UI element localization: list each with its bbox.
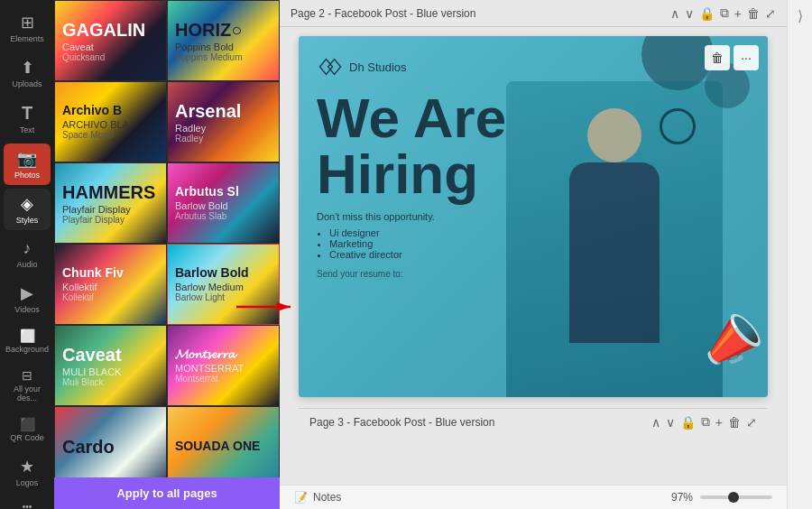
sidebar-item-more[interactable]: ••• More — [4, 496, 51, 509]
font-name-main-barlow-bold: Barlow Bold — [175, 266, 272, 280]
logo-text: Dh Studios — [349, 60, 407, 74]
font-name-main-hammers: HAMMERS — [62, 182, 159, 202]
font-name-main-caveat: Caveat — [62, 345, 159, 365]
sidebar-item-elements-label: Elements — [10, 34, 44, 43]
font-name-main-souada: SOUADA ONE — [175, 440, 272, 453]
font-name-sub-horizon: Poppins Bold — [175, 42, 272, 52]
bullet-item-1: Ui designer — [329, 227, 506, 238]
font-card-arbutus[interactable]: Arbutus SlBarlow BoldArbutus Slab — [167, 162, 280, 244]
zoom-section: 97% — [671, 491, 772, 504]
font-name-main-cardo: Cardo — [62, 437, 159, 457]
sidebar-item-logos[interactable]: ★ Logos — [4, 451, 51, 493]
elements-icon: ⊞ — [21, 13, 34, 32]
page2-nav-copy-icon[interactable]: ⧉ — [701, 414, 710, 430]
sidebar-item-audio-label: Audio — [16, 260, 37, 269]
font-card-horizon[interactable]: HORIZ○Poppins BoldPoppins Medium — [167, 0, 280, 81]
zoom-slider[interactable] — [700, 495, 772, 499]
font-card-hammers[interactable]: HAMMERSPlayfair DisplayPlayfair Display — [54, 162, 167, 244]
qr-code-icon: ⬛ — [20, 417, 35, 431]
delete-button[interactable]: 🗑 — [705, 45, 730, 70]
nav-copy-icon[interactable]: ⧉ — [720, 5, 729, 21]
zoom-level: 97% — [671, 491, 693, 504]
page2-nav-expand-icon[interactable]: ⤢ — [746, 415, 757, 430]
font-card-gagalin[interactable]: GAGALINCaveatQuicksand — [54, 0, 167, 81]
nav-delete-icon[interactable]: 🗑 — [747, 6, 760, 21]
hiring-line1: We Are — [317, 90, 506, 146]
tagline: Don't miss this opportunity. — [317, 211, 506, 222]
page2-label-bar: Page 3 - Facebook Post - Blue version ∧ … — [299, 408, 768, 435]
page1-label-bar: Page 2 - Facebook Post - Blue version ∧ … — [280, 0, 787, 27]
sidebar-item-text[interactable]: T Text — [4, 97, 51, 140]
right-panel-icon[interactable]: ⟩ — [798, 7, 803, 24]
bullet-item-2: Marketing — [329, 238, 506, 249]
font-card-souada[interactable]: SOUADA ONE — [167, 406, 280, 477]
sidebar-item-qr-code[interactable]: ⬛ QR Code — [4, 412, 51, 448]
font-name-sub2-caveat: Muli Black — [62, 377, 159, 387]
audio-icon: ♪ — [23, 239, 32, 258]
nav-add-icon[interactable]: + — [734, 6, 742, 21]
font-card-montserrat[interactable]: 𝓜𝓸𝓷𝓽𝓼𝓮𝓻𝓻𝓪MONTSERRATMontserrat — [167, 325, 280, 406]
nav-down-icon[interactable]: ∨ — [685, 6, 694, 21]
hiring-text-block: We Are Hiring Don't miss this opportunit… — [317, 90, 506, 279]
page1-label: Page 2 - Facebook Post - Blue version — [291, 7, 475, 20]
canvas-scroll: 🗑 ··· Dh Studios — [280, 27, 787, 485]
font-name-main-arbutus: Arbutus Sl — [175, 185, 272, 199]
sidebar-item-photos[interactable]: 📷 Photos — [4, 143, 51, 185]
status-bar: 📝 Notes 97% — [280, 485, 787, 509]
person-image — [506, 81, 723, 397]
font-card-barlow-bold[interactable]: Barlow BoldBarlow MediumBarlow Light — [167, 244, 280, 325]
font-card-archivo[interactable]: Archivo BARCHIVO BLASpace Mono — [54, 81, 167, 162]
nav-expand-icon[interactable]: ⤢ — [765, 6, 776, 21]
sidebar-item-uploads[interactable]: ⬆ Uploads — [4, 52, 51, 94]
sidebar-item-styles[interactable]: ◈ Styles — [4, 189, 51, 230]
all-designs-icon: ⊟ — [22, 368, 32, 383]
page2-nav-delete-icon[interactable]: 🗑 — [728, 415, 741, 430]
sidebar-item-background[interactable]: ⬜ Background — [4, 323, 51, 359]
text-icon: T — [22, 103, 32, 124]
font-name-main-archivo: Archivo B — [62, 104, 159, 117]
sidebar-item-all-designs[interactable]: ⊟ All your des... — [4, 363, 51, 408]
font-card-cardo[interactable]: Cardo — [54, 406, 167, 477]
sidebar-item-text-label: Text — [20, 125, 35, 134]
page2-nav-lock-icon[interactable]: 🔒 — [680, 415, 696, 430]
font-card-chunk-five[interactable]: Chunk FivKollektifKollektif — [54, 244, 167, 325]
font-panel: GAGALINCaveatQuicksandHORIZ○Poppins Bold… — [54, 0, 280, 509]
logo-icon — [317, 54, 342, 79]
font-name-sub2-chunk-five: Kollektif — [62, 292, 159, 302]
bullet-list: Ui designer Marketing Creative director — [317, 227, 506, 260]
sidebar-item-all-designs-label: All your des... — [7, 384, 47, 403]
styles-icon: ◈ — [21, 194, 33, 214]
bullet-item-3: Creative director — [329, 249, 506, 260]
font-name-sub2-gagalin: Quicksand — [62, 52, 159, 62]
font-name-sub-hammers: Playfair Display — [62, 204, 159, 215]
sidebar-item-audio[interactable]: ♪ Audio — [4, 234, 51, 274]
more-options-button[interactable]: ··· — [734, 45, 759, 70]
apply-to-all-pages-button[interactable]: Apply to all pages — [54, 477, 280, 509]
notes-label: Notes — [313, 491, 341, 504]
font-name-sub2-arsenal: Radley — [175, 134, 272, 143]
sidebar-item-videos[interactable]: ▶ Videos — [4, 278, 51, 319]
font-card-arsenal[interactable]: ArsenalRadleyRadley — [167, 81, 280, 162]
more-icon: ••• — [23, 502, 32, 509]
canvas-page[interactable]: 🗑 ··· Dh Studios — [299, 36, 768, 397]
font-name-sub-archivo: ARCHIVO BLA — [62, 119, 159, 130]
page2-nav-down-icon[interactable]: ∨ — [666, 415, 675, 430]
sidebar-item-background-label: Background — [5, 345, 49, 354]
font-card-caveat[interactable]: CaveatMULI BLACKMuli Black — [54, 325, 167, 406]
sidebar-item-qr-code-label: QR Code — [10, 433, 44, 442]
page2-nav-add-icon[interactable]: + — [715, 415, 723, 430]
font-name-sub-caveat: MULI BLACK — [62, 366, 159, 377]
sidebar-item-photos-label: Photos — [14, 171, 40, 180]
sidebar: ⊞ Elements ⬆ Uploads T Text 📷 Photos ◈ S… — [0, 0, 54, 509]
font-name-sub-chunk-five: Kollektif — [62, 282, 159, 292]
sidebar-item-elements[interactable]: ⊞ Elements — [4, 7, 51, 49]
sidebar-item-styles-label: Styles — [16, 216, 39, 225]
font-name-sub2-archivo: Space Mono — [62, 130, 159, 140]
page2-nav-up-icon[interactable]: ∧ — [651, 415, 660, 430]
nav-up-icon[interactable]: ∧ — [670, 6, 679, 21]
nav-lock-icon[interactable]: 🔒 — [699, 6, 715, 21]
font-name-sub-barlow-bold: Barlow Medium — [175, 282, 272, 292]
notes-icon: 📝 — [294, 491, 308, 504]
hiring-line2: Hiring — [317, 146, 506, 202]
font-name-main-horizon: HORIZ○ — [175, 20, 272, 40]
